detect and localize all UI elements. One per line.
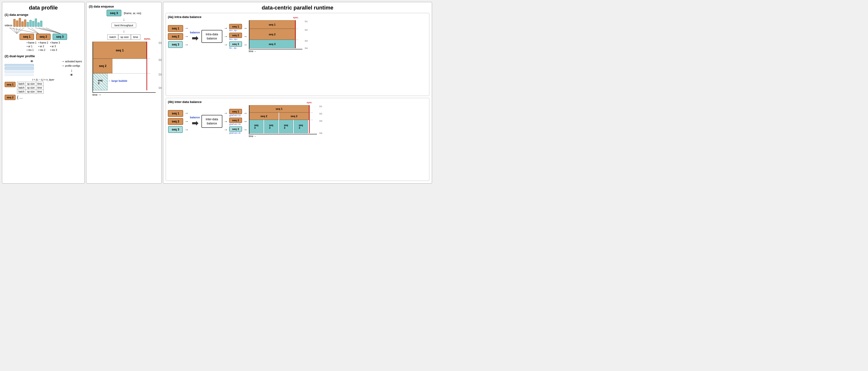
4a-sync-line xyxy=(295,20,296,48)
4b-note-2: grad acc 2x xyxy=(229,123,242,125)
layer-bar-4 xyxy=(5,74,34,76)
4b-res-seq1: seq 1 xyxy=(229,109,242,114)
4b-inter-box: inter-databalance xyxy=(202,115,223,128)
dashed-2 xyxy=(93,73,150,74)
result-batch: batch xyxy=(107,34,118,40)
4a-seq2-in: seq 2 xyxy=(168,33,183,40)
activated-row: → activated layers xyxy=(61,59,82,63)
throughput-box: best throughput xyxy=(112,23,136,28)
4b-chart-seq1: seq 1 xyxy=(249,105,309,112)
4b-time-label: time xyxy=(249,135,253,138)
result-time: time xyxy=(131,34,141,40)
4b-res-seq3: seq 3 xyxy=(229,126,242,132)
4b-res-3: seq 3 grad acc 4x xyxy=(229,126,242,134)
down-arrow: ↓ xyxy=(61,68,82,73)
4b-chart-seq3-4: seq3 xyxy=(294,120,308,133)
seq3-box: seq 3 xyxy=(53,34,67,40)
4a-res-seq2: seq 2 xyxy=(229,33,242,38)
d4-label: D4 xyxy=(159,87,162,89)
bullet-col-1: • frame 1 • ar 1 • res 1 xyxy=(27,41,36,52)
bullet-3-1: • frame 3 xyxy=(50,41,60,45)
4a-big-arrow: ➡ xyxy=(192,34,198,42)
colon-text: : [frame, ar, res] xyxy=(122,12,141,15)
4b-arrows-3: → → → xyxy=(244,111,247,132)
4a-arrows-2: → → → xyxy=(224,26,228,47)
bullet-3-2: • ar 3 xyxy=(50,45,60,48)
activated-label: activated layers xyxy=(65,60,82,63)
4b-seq2-in: seq 2 xyxy=(168,118,183,125)
4a-chart-seq1: seq 1 xyxy=(249,20,295,29)
4a-arrow-6: → xyxy=(224,42,228,47)
layer-diagram-area: 👁 → activated layers → profile configs xyxy=(5,59,82,77)
video-bar-3 xyxy=(19,18,21,27)
video-bar-11 xyxy=(40,21,42,27)
4b-d1: D1 xyxy=(319,105,322,108)
cell-time-1: time xyxy=(36,82,43,86)
seq1-profile-row: seq 1 batch sp size time batch sp size t… xyxy=(5,82,82,94)
bullet-2-2: • ar 2 xyxy=(38,45,48,48)
result-sp: sp size xyxy=(118,34,131,40)
cell-sp-3: sp size xyxy=(26,90,36,94)
4b-note-1: grad acc 1x xyxy=(229,114,242,117)
video-bar-6 xyxy=(27,22,29,27)
4a-chart-seq2: seq 2 xyxy=(249,29,295,40)
4b-chart-seq3-2: seq3 xyxy=(264,120,278,133)
4b-d2: D2 xyxy=(319,112,322,115)
4a-arrow-1: → xyxy=(185,26,189,30)
4a-arrow-7: → xyxy=(244,26,247,30)
time-row: time → xyxy=(92,93,159,97)
4b-sync-line xyxy=(309,105,310,133)
4b-result-seqs: seq 1 grad acc 1x seq 2 grad acc 2x seq … xyxy=(229,109,242,134)
seq2-box: seq 2 xyxy=(36,34,51,40)
time-label: time xyxy=(92,93,98,96)
4b-arrow-7: → xyxy=(244,111,247,115)
4a-arrow-5: → xyxy=(224,34,228,39)
4b-chart-seq3-3: seq3 xyxy=(279,120,293,133)
svg-line-5 xyxy=(9,28,39,34)
4b-final-timeline: seq 1 seq 2 seq 2 seq3 seq3 seq3 seq3 xyxy=(249,105,317,138)
right-title: data-centric parallel runtime xyxy=(166,5,429,11)
bullet-cols: • frame 1 • ar 1 • res 1 • frame 2 • ar … xyxy=(5,41,82,52)
time-arrow: → xyxy=(98,93,101,97)
4a-res-seq3: seq 3 xyxy=(229,41,242,47)
left-panel-title: data profile xyxy=(5,5,82,11)
cell-time-3: time xyxy=(36,90,43,94)
dashed-1 xyxy=(93,59,150,59)
d2-label: D2 xyxy=(159,59,162,61)
4b-chart-seq2-1: seq 2 xyxy=(249,112,279,120)
4b-arrow-5: → xyxy=(224,119,228,124)
seq1-box: seq 1 xyxy=(20,34,34,40)
dots-label: { ... xyxy=(17,95,23,99)
4a-res-3: seq 3 bs↑, sp↓ xyxy=(229,41,242,49)
bullet-1-1: • frame 1 xyxy=(27,41,36,45)
video-bar-1 xyxy=(13,19,16,27)
dual-layer-section: (2) dual-layer profile 👁 → activated lay… xyxy=(5,54,82,100)
4b-arrows-2: → → → xyxy=(224,111,228,132)
svg-line-0 xyxy=(9,28,17,34)
4a-time-row: time → xyxy=(249,50,302,53)
seq2-profile-box: seq 2 xyxy=(5,95,16,100)
connector-area xyxy=(5,28,75,34)
video-bar-8 xyxy=(32,21,34,27)
layer-bar-1 xyxy=(5,64,34,66)
arrow-down-2: ↓ xyxy=(123,29,125,33)
4a-res-1: seq 1 bs=, sp↑ xyxy=(229,24,242,32)
bullet-1-3: • res 1 xyxy=(27,48,36,52)
video-bar-9 xyxy=(35,19,37,27)
profile-configs-label: profile configs xyxy=(65,64,80,67)
eye-icon-2: 👁 xyxy=(61,73,82,77)
4a-arrow-4: → xyxy=(224,26,228,30)
enqueue-flow: seq 3 : [frame, ar, res] ↓ best throughp… xyxy=(89,10,159,40)
4a-note-1: bs=, sp↑ xyxy=(229,29,242,32)
table-row-2: batch sp size time xyxy=(17,86,43,90)
middle-sync-label: sync. xyxy=(144,37,151,40)
bullet-col-2: • frame 2 • ar 2 • res 2 xyxy=(38,41,48,52)
4a-input-seqs: seq 1 seq 2 seq 3 xyxy=(168,25,183,48)
video-bar-7 xyxy=(29,20,32,27)
4b-arrow-4: → xyxy=(224,111,228,115)
4a-sync-label: sync. xyxy=(293,16,299,19)
middle-seq2-block: seq 2 xyxy=(93,59,113,73)
table-row-3: batch sp size time xyxy=(17,90,43,94)
4b-input-seqs: seq 1 seq 2 seq 3 xyxy=(168,110,183,133)
d3-label: D3 xyxy=(159,73,162,76)
